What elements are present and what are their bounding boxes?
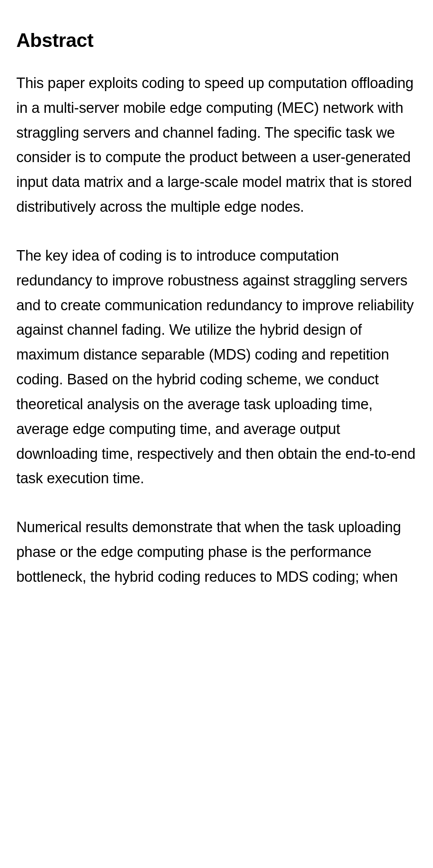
abstract-heading: Abstract: [16, 29, 417, 52]
abstract-paragraph: This paper exploits coding to speed up c…: [16, 71, 417, 220]
abstract-paragraph: The key idea of coding is to introduce c…: [16, 244, 417, 491]
abstract-paragraph: Numerical results demonstrate that when …: [16, 515, 417, 589]
